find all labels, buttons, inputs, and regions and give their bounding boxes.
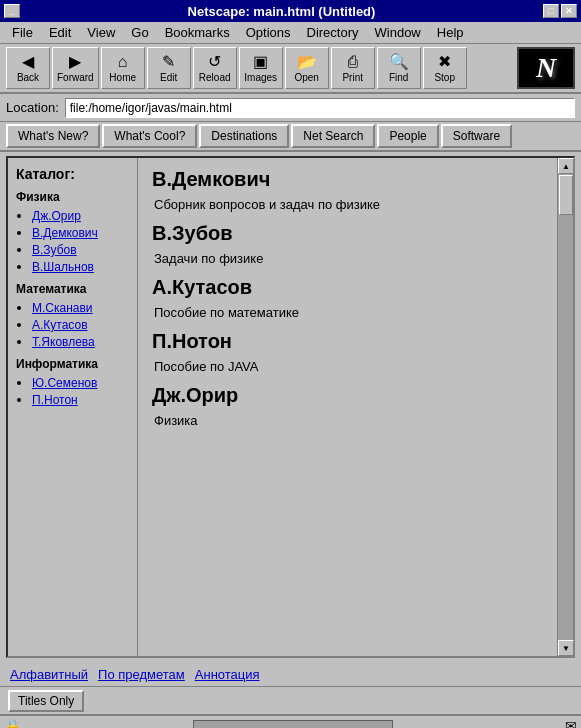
sidebar-links-math: М.Сканави А.Кутасов Т.Яковлева — [16, 300, 129, 349]
sidebar-links-informatics: Ю.Семенов П.Нотон — [16, 375, 129, 407]
scrollbar[interactable]: ▲ ▼ — [557, 158, 573, 656]
sidebar-section-math: Математика — [16, 282, 129, 296]
forward-icon: ▶ — [69, 54, 81, 70]
desc-4: Физика — [152, 413, 543, 428]
stop-button[interactable]: ✖ Stop — [423, 47, 467, 89]
whats-cool-button[interactable]: What's Cool? — [102, 124, 197, 148]
list-item: В.Демкович — [32, 225, 129, 240]
scroll-track[interactable] — [558, 174, 573, 640]
menu-file[interactable]: File — [4, 23, 41, 42]
list-item: А.Кутасов — [32, 317, 129, 332]
menu-options[interactable]: Options — [238, 23, 299, 42]
print-icon: ⎙ — [348, 54, 358, 70]
author-3: П.Нотон — [152, 330, 543, 353]
sidebar-title: Каталог: — [16, 166, 129, 182]
titles-only-button[interactable]: Titles Only — [8, 690, 84, 712]
toolbar: ◀ Back ▶ Forward ⌂ Home ✎ Edit ↺ Reload … — [0, 44, 581, 94]
bottom-links: Алфавитный По предметам Аннотация — [0, 662, 581, 686]
menu-view[interactable]: View — [79, 23, 123, 42]
security-icon: 🔒 — [4, 718, 21, 728]
author-2: А.Кутасов — [152, 276, 543, 299]
location-bar: Location: — [0, 94, 581, 122]
print-button[interactable]: ⎙ Print — [331, 47, 375, 89]
sidebar-link-zubov[interactable]: В.Зубов — [32, 243, 77, 257]
sidebar-link-skanavi[interactable]: М.Сканави — [32, 301, 93, 315]
title-bar: _ Netscape: main.html (Untitled) □ ✕ — [0, 0, 581, 22]
edit-button[interactable]: ✎ Edit — [147, 47, 191, 89]
location-input[interactable] — [65, 98, 575, 118]
menu-window[interactable]: Window — [367, 23, 429, 42]
list-item: П.Нотон — [32, 392, 129, 407]
destinations-button[interactable]: Destinations — [199, 124, 289, 148]
reload-button[interactable]: ↺ Reload — [193, 47, 237, 89]
list-item: В.Зубов — [32, 242, 129, 257]
content-panel: В.Демкович Сборник вопросов и задач по ф… — [138, 158, 557, 656]
sidebar-section-physics: Физика — [16, 190, 129, 204]
sidebar-link-yakovleva[interactable]: Т.Яковлева — [32, 335, 95, 349]
menu-go[interactable]: Go — [123, 23, 156, 42]
menu-bar: File Edit View Go Bookmarks Options Dire… — [0, 22, 581, 44]
sidebar-link-shalnov[interactable]: В.Шальнов — [32, 260, 94, 274]
link-by-subject[interactable]: По предметам — [98, 667, 185, 682]
author-0: В.Демкович — [152, 168, 543, 191]
status-bar: 🔒 ✉ — [0, 714, 581, 728]
scroll-up-arrow[interactable]: ▲ — [558, 158, 574, 174]
maximize-button[interactable]: □ — [543, 4, 559, 18]
find-icon: 🔍 — [389, 54, 409, 70]
software-button[interactable]: Software — [441, 124, 512, 148]
main-content: Каталог: Физика Дж.Орир В.Демкович В.Зуб… — [6, 156, 575, 658]
desc-1: Задачи по физике — [152, 251, 543, 266]
find-button[interactable]: 🔍 Find — [377, 47, 421, 89]
edit-icon: ✎ — [162, 54, 175, 70]
sidebar-link-demkovich[interactable]: В.Демкович — [32, 226, 98, 240]
link-alphabetical[interactable]: Алфавитный — [10, 667, 88, 682]
sidebar-link-noton[interactable]: П.Нотон — [32, 393, 78, 407]
scroll-thumb[interactable] — [559, 175, 573, 215]
stop-icon: ✖ — [438, 54, 451, 70]
author-1: В.Зубов — [152, 222, 543, 245]
minimize-button[interactable]: _ — [4, 4, 20, 18]
list-item: М.Сканави — [32, 300, 129, 315]
desc-2: Пособие по математике — [152, 305, 543, 320]
sidebar-link-orir[interactable]: Дж.Орир — [32, 209, 81, 223]
list-item: Ю.Семенов — [32, 375, 129, 390]
home-button[interactable]: ⌂ Home — [101, 47, 145, 89]
menu-bookmarks[interactable]: Bookmarks — [157, 23, 238, 42]
link-annotation[interactable]: Аннотация — [195, 667, 260, 682]
net-search-button[interactable]: Net Search — [291, 124, 375, 148]
titles-bar: Titles Only — [0, 686, 581, 714]
sidebar-links-physics: Дж.Орир В.Демкович В.Зубов В.Шальнов — [16, 208, 129, 274]
sidebar-link-kutasov[interactable]: А.Кутасов — [32, 318, 88, 332]
netscape-logo: N — [517, 47, 575, 89]
images-button[interactable]: ▣ Images — [239, 47, 283, 89]
location-label: Location: — [6, 100, 59, 115]
scroll-down-arrow[interactable]: ▼ — [558, 640, 574, 656]
window-title: Netscape: main.html (Untitled) — [20, 4, 543, 19]
images-icon: ▣ — [253, 54, 268, 70]
desc-3: Пособие по JAVA — [152, 359, 543, 374]
nav-buttons: What's New? What's Cool? Destinations Ne… — [0, 122, 581, 152]
back-icon: ◀ — [22, 54, 34, 70]
progress-bar — [193, 720, 393, 728]
reload-icon: ↺ — [208, 54, 221, 70]
menu-directory[interactable]: Directory — [299, 23, 367, 42]
menu-help[interactable]: Help — [429, 23, 472, 42]
sidebar: Каталог: Физика Дж.Орир В.Демкович В.Зуб… — [8, 158, 138, 656]
open-icon: 📂 — [297, 54, 317, 70]
list-item: В.Шальнов — [32, 259, 129, 274]
list-item: Т.Яковлева — [32, 334, 129, 349]
list-item: Дж.Орир — [32, 208, 129, 223]
sidebar-section-informatics: Информатика — [16, 357, 129, 371]
whats-new-button[interactable]: What's New? — [6, 124, 100, 148]
author-4: Дж.Орир — [152, 384, 543, 407]
desc-0: Сборник вопросов и задач по физике — [152, 197, 543, 212]
envelope-icon: ✉ — [565, 718, 577, 728]
people-button[interactable]: People — [377, 124, 438, 148]
forward-button[interactable]: ▶ Forward — [52, 47, 99, 89]
open-button[interactable]: 📂 Open — [285, 47, 329, 89]
sidebar-link-semenov[interactable]: Ю.Семенов — [32, 376, 97, 390]
home-icon: ⌂ — [118, 54, 128, 70]
menu-edit[interactable]: Edit — [41, 23, 79, 42]
close-button[interactable]: ✕ — [561, 4, 577, 18]
back-button[interactable]: ◀ Back — [6, 47, 50, 89]
